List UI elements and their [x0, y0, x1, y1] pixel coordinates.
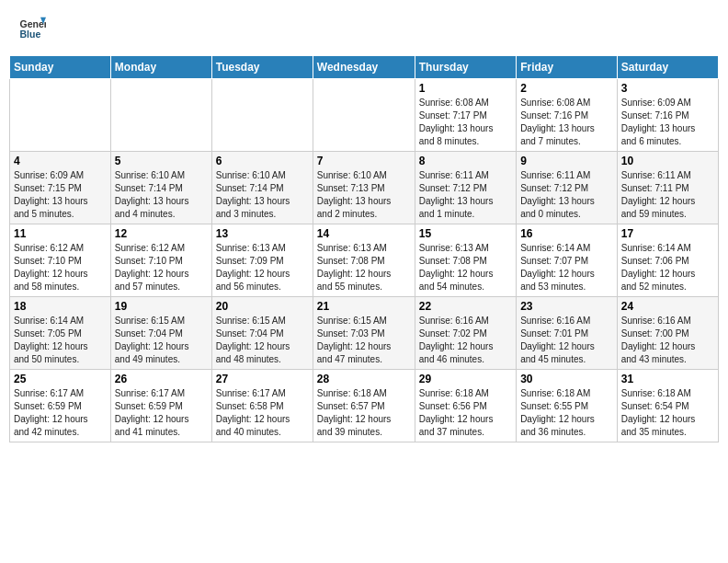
- calendar-week-row: 18Sunrise: 6:14 AMSunset: 7:05 PMDayligh…: [10, 297, 719, 370]
- day-number: 20: [216, 300, 309, 313]
- day-info: Sunrise: 6:11 AMSunset: 7:11 PMDaylight:…: [621, 169, 714, 221]
- calendar-day-cell: 25Sunrise: 6:17 AMSunset: 6:59 PMDayligh…: [10, 370, 111, 442]
- day-number: 14: [317, 227, 411, 240]
- page-header: General Blue: [9, 9, 719, 46]
- calendar-day-cell: 24Sunrise: 6:16 AMSunset: 7:00 PMDayligh…: [617, 297, 718, 370]
- day-number: 6: [216, 155, 309, 167]
- day-number: 9: [520, 155, 613, 167]
- day-info: Sunrise: 6:18 AMSunset: 6:55 PMDaylight:…: [520, 387, 613, 439]
- day-info: Sunrise: 6:11 AMSunset: 7:12 PMDaylight:…: [419, 169, 512, 221]
- day-info: Sunrise: 6:13 AMSunset: 7:09 PMDaylight:…: [216, 242, 309, 293]
- day-number: 11: [14, 227, 107, 240]
- day-number: 26: [115, 373, 208, 385]
- calendar-day-cell: 19Sunrise: 6:15 AMSunset: 7:04 PMDayligh…: [110, 297, 211, 370]
- calendar-day-cell: 15Sunrise: 6:13 AMSunset: 7:08 PMDayligh…: [415, 224, 516, 297]
- day-number: 23: [520, 300, 613, 313]
- calendar-header-row: SundayMondayTuesdayWednesdayThursdayFrid…: [10, 56, 719, 79]
- calendar-day-cell: 5Sunrise: 6:10 AMSunset: 7:14 PMDaylight…: [110, 152, 211, 224]
- day-number: 5: [115, 155, 208, 167]
- calendar-day-cell: 10Sunrise: 6:11 AMSunset: 7:11 PMDayligh…: [617, 152, 718, 224]
- day-info: Sunrise: 6:12 AMSunset: 7:10 PMDaylight:…: [14, 242, 107, 293]
- logo: General Blue: [18, 14, 46, 41]
- day-info: Sunrise: 6:14 AMSunset: 7:07 PMDaylight:…: [520, 242, 613, 293]
- calendar-day-cell: 18Sunrise: 6:14 AMSunset: 7:05 PMDayligh…: [10, 297, 111, 370]
- day-info: Sunrise: 6:14 AMSunset: 7:06 PMDaylight:…: [621, 242, 714, 293]
- day-number: 22: [419, 300, 512, 313]
- day-info: Sunrise: 6:10 AMSunset: 7:13 PMDaylight:…: [317, 169, 411, 221]
- calendar-day-cell: 4Sunrise: 6:09 AMSunset: 7:15 PMDaylight…: [10, 152, 111, 224]
- calendar-week-row: 1Sunrise: 6:08 AMSunset: 7:17 PMDaylight…: [10, 79, 719, 152]
- calendar-day-cell: 29Sunrise: 6:18 AMSunset: 6:56 PMDayligh…: [415, 370, 516, 442]
- day-number: 15: [419, 227, 512, 240]
- day-number: 28: [317, 373, 411, 385]
- calendar-day-cell: 1Sunrise: 6:08 AMSunset: 7:17 PMDaylight…: [415, 79, 516, 152]
- day-number: 2: [520, 82, 613, 95]
- day-info: Sunrise: 6:10 AMSunset: 7:14 PMDaylight:…: [115, 169, 208, 221]
- calendar-day-cell: 17Sunrise: 6:14 AMSunset: 7:06 PMDayligh…: [617, 224, 718, 297]
- day-number: 10: [621, 155, 714, 167]
- day-info: Sunrise: 6:08 AMSunset: 7:17 PMDaylight:…: [419, 97, 512, 148]
- day-info: Sunrise: 6:10 AMSunset: 7:14 PMDaylight:…: [216, 169, 309, 221]
- day-info: Sunrise: 6:15 AMSunset: 7:04 PMDaylight:…: [115, 315, 208, 366]
- calendar-table: SundayMondayTuesdayWednesdayThursdayFrid…: [9, 55, 719, 442]
- calendar-week-row: 25Sunrise: 6:17 AMSunset: 6:59 PMDayligh…: [10, 370, 719, 442]
- day-number: 24: [621, 300, 714, 313]
- day-info: Sunrise: 6:16 AMSunset: 7:02 PMDaylight:…: [419, 315, 512, 366]
- calendar-day-cell: 30Sunrise: 6:18 AMSunset: 6:55 PMDayligh…: [517, 370, 618, 442]
- calendar-day-cell: 12Sunrise: 6:12 AMSunset: 7:10 PMDayligh…: [110, 224, 211, 297]
- day-info: Sunrise: 6:18 AMSunset: 6:57 PMDaylight:…: [317, 387, 411, 439]
- calendar-day-header: Monday: [110, 56, 211, 79]
- day-number: 21: [317, 300, 411, 313]
- calendar-day-cell: 20Sunrise: 6:15 AMSunset: 7:04 PMDayligh…: [211, 297, 313, 370]
- day-info: Sunrise: 6:16 AMSunset: 7:01 PMDaylight:…: [520, 315, 613, 366]
- calendar-day-header: Wednesday: [313, 56, 415, 79]
- day-info: Sunrise: 6:14 AMSunset: 7:05 PMDaylight:…: [14, 315, 107, 366]
- day-number: 4: [14, 155, 107, 167]
- calendar-day-cell: 3Sunrise: 6:09 AMSunset: 7:16 PMDaylight…: [617, 79, 718, 152]
- day-info: Sunrise: 6:08 AMSunset: 7:16 PMDaylight:…: [520, 97, 613, 148]
- calendar-day-cell: 31Sunrise: 6:18 AMSunset: 6:54 PMDayligh…: [617, 370, 718, 442]
- day-number: 8: [419, 155, 512, 167]
- calendar-day-header: Tuesday: [211, 56, 313, 79]
- calendar-day-cell: [110, 79, 211, 152]
- calendar-day-cell: 23Sunrise: 6:16 AMSunset: 7:01 PMDayligh…: [517, 297, 618, 370]
- day-info: Sunrise: 6:17 AMSunset: 6:59 PMDaylight:…: [115, 387, 208, 439]
- day-number: 25: [14, 373, 107, 385]
- calendar-week-row: 11Sunrise: 6:12 AMSunset: 7:10 PMDayligh…: [10, 224, 719, 297]
- calendar-day-cell: 22Sunrise: 6:16 AMSunset: 7:02 PMDayligh…: [415, 297, 516, 370]
- calendar-day-cell: 2Sunrise: 6:08 AMSunset: 7:16 PMDaylight…: [517, 79, 618, 152]
- day-number: 19: [115, 300, 208, 313]
- day-number: 17: [621, 227, 714, 240]
- day-info: Sunrise: 6:11 AMSunset: 7:12 PMDaylight:…: [520, 169, 613, 221]
- day-number: 27: [216, 373, 309, 385]
- calendar-day-cell: 16Sunrise: 6:14 AMSunset: 7:07 PMDayligh…: [517, 224, 618, 297]
- day-number: 31: [621, 373, 714, 385]
- day-number: 1: [419, 82, 512, 95]
- day-info: Sunrise: 6:09 AMSunset: 7:16 PMDaylight:…: [621, 97, 714, 148]
- day-number: 12: [115, 227, 208, 240]
- day-info: Sunrise: 6:15 AMSunset: 7:04 PMDaylight:…: [216, 315, 309, 366]
- calendar-day-cell: 28Sunrise: 6:18 AMSunset: 6:57 PMDayligh…: [313, 370, 415, 442]
- day-number: 13: [216, 227, 309, 240]
- day-info: Sunrise: 6:18 AMSunset: 6:54 PMDaylight:…: [621, 387, 714, 439]
- calendar-day-cell: [10, 79, 111, 152]
- day-info: Sunrise: 6:13 AMSunset: 7:08 PMDaylight:…: [419, 242, 512, 293]
- calendar-day-cell: 26Sunrise: 6:17 AMSunset: 6:59 PMDayligh…: [110, 370, 211, 442]
- calendar-day-cell: 13Sunrise: 6:13 AMSunset: 7:09 PMDayligh…: [211, 224, 313, 297]
- day-info: Sunrise: 6:18 AMSunset: 6:56 PMDaylight:…: [419, 387, 512, 439]
- calendar-day-header: Thursday: [415, 56, 516, 79]
- day-number: 3: [621, 82, 714, 95]
- day-info: Sunrise: 6:17 AMSunset: 6:58 PMDaylight:…: [216, 387, 309, 439]
- calendar-day-cell: 8Sunrise: 6:11 AMSunset: 7:12 PMDaylight…: [415, 152, 516, 224]
- day-info: Sunrise: 6:12 AMSunset: 7:10 PMDaylight:…: [115, 242, 208, 293]
- calendar-day-cell: [211, 79, 313, 152]
- day-number: 7: [317, 155, 411, 167]
- calendar-day-cell: 7Sunrise: 6:10 AMSunset: 7:13 PMDaylight…: [313, 152, 415, 224]
- calendar-day-header: Saturday: [617, 56, 718, 79]
- day-number: 30: [520, 373, 613, 385]
- day-number: 16: [520, 227, 613, 240]
- day-info: Sunrise: 6:09 AMSunset: 7:15 PMDaylight:…: [14, 169, 107, 221]
- calendar-day-cell: 11Sunrise: 6:12 AMSunset: 7:10 PMDayligh…: [10, 224, 111, 297]
- calendar-week-row: 4Sunrise: 6:09 AMSunset: 7:15 PMDaylight…: [10, 152, 719, 224]
- calendar-day-cell: 6Sunrise: 6:10 AMSunset: 7:14 PMDaylight…: [211, 152, 313, 224]
